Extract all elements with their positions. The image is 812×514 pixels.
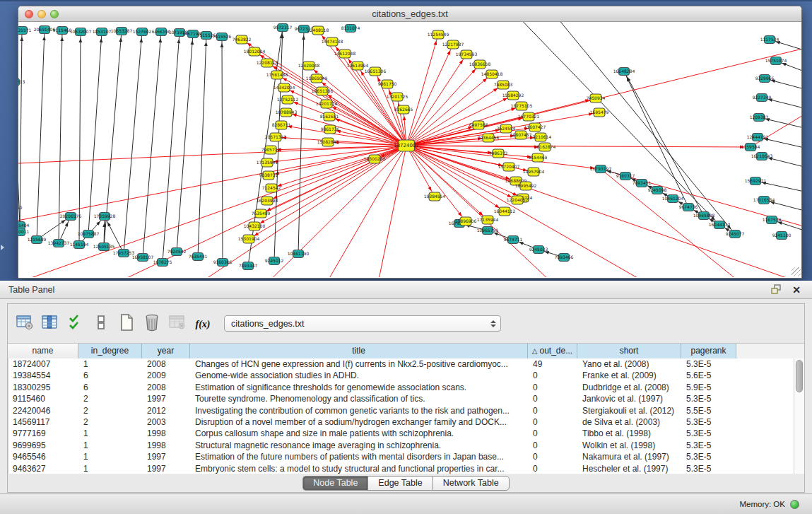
graph-node-label: 14342004	[273, 85, 295, 90]
graph-node-label: 15584292	[502, 93, 524, 98]
table-row[interactable]: 946362711997Embryonic stem cells: a mode…	[8, 463, 804, 474]
citation-edge-black[interactable]	[513, 22, 719, 225]
graph-node-label: 15474138	[322, 39, 343, 44]
graph-node-label: 6497568	[469, 122, 488, 127]
citation-edge-red[interactable]	[406, 146, 466, 221]
table-selector-dropdown[interactable]: citations_edges.txt	[224, 315, 501, 332]
edge-arrowhead	[190, 40, 194, 45]
graph-node-label: 3624554	[497, 126, 516, 131]
graph-node-label: 8162665	[394, 107, 413, 112]
float-panel-icon[interactable]	[770, 284, 784, 296]
window-titlebar[interactable]: citations_edges.txt	[18, 6, 801, 22]
graph-node-label: 1695479	[590, 110, 609, 115]
graph-node-label: 20571312	[265, 134, 287, 139]
graph-node-label: 16958107	[132, 255, 154, 259]
edge-arrowhead	[778, 221, 782, 225]
column-header-out-de-[interactable]: △out_de...	[528, 344, 577, 359]
column-header-name[interactable]: name	[8, 344, 78, 359]
citation-edge-red[interactable]	[406, 64, 480, 146]
table-row[interactable]: 1938455462009Genome-wide association stu…	[8, 370, 804, 381]
graph-node-label: 16648284	[613, 69, 635, 74]
graph-node-label: 17359928	[94, 214, 116, 218]
column-header-short[interactable]: short	[577, 344, 681, 359]
edge-arrowhead	[204, 42, 208, 46]
table-mode-button[interactable]	[15, 314, 35, 334]
scrollbar-thumb[interactable]	[796, 360, 803, 392]
edge-arrowhead	[495, 204, 499, 208]
citation-edge-red[interactable]	[406, 146, 538, 158]
citation-edge-black[interactable]	[37, 30, 45, 240]
graph-node-label: 8131074	[341, 25, 360, 30]
unselect-all-columns-button[interactable]	[91, 314, 111, 334]
tab-edge-table[interactable]: Edge Table	[367, 476, 432, 491]
graph-node-label: 15692971	[745, 178, 767, 183]
table-cell: 0	[529, 440, 578, 451]
citation-edge-black[interactable]	[177, 34, 193, 252]
tab-node-table[interactable]: Node Table	[302, 476, 367, 491]
citation-edge-red[interactable]	[25, 146, 406, 277]
citation-edge-black[interactable]	[88, 32, 102, 234]
graph-node-label: 1678275	[153, 259, 172, 264]
network-canvas[interactable]: 6435571206914069115460105320071853107106…	[18, 22, 801, 277]
show-column-button[interactable]	[40, 314, 60, 334]
citation-edge-black[interactable]	[222, 37, 223, 262]
citation-edge-black[interactable]	[20, 30, 22, 232]
table-row[interactable]: 977716911998Corpus callosum shape and si…	[8, 428, 804, 439]
citation-edge-red[interactable]	[18, 146, 406, 234]
table-cell: 6	[79, 382, 143, 393]
column-header-title[interactable]: title	[190, 344, 528, 359]
citation-edge-black[interactable]	[124, 32, 142, 253]
graph-node-label: 18724007	[394, 143, 419, 148]
citation-edge-black[interactable]	[198, 35, 206, 257]
select-all-columns-button[interactable]	[66, 314, 86, 334]
table-row[interactable]: 911546021997Tourette syndrome. Phenomeno…	[8, 393, 804, 404]
column-header-in-degree[interactable]: in_degree	[78, 344, 142, 359]
citation-edge-black[interactable]	[59, 30, 62, 243]
table-row[interactable]: 1872400712008Changes of HCN gene express…	[8, 358, 804, 370]
citation-graph[interactable]: 6435571206914069115460105320071853107106…	[18, 22, 801, 277]
graph-node-label: 10965795	[477, 228, 499, 233]
citation-edge-red[interactable]	[406, 45, 453, 146]
close-panel-icon[interactable]: ✕	[789, 284, 804, 296]
citation-edge-black[interactable]	[552, 22, 735, 234]
citation-edge-black[interactable]	[143, 32, 161, 257]
column-header-pagerank[interactable]: pagerank	[681, 344, 736, 359]
edge-arrowhead	[335, 119, 339, 122]
table-header-row: namein_degreeyeartitle△out_de...shortpag…	[8, 343, 804, 358]
citation-edge-black[interactable]	[163, 33, 180, 262]
citation-edge-black[interactable]	[18, 82, 20, 226]
edge-arrowhead	[254, 232, 259, 235]
citation-edge-red[interactable]	[601, 169, 767, 277]
table-cell: 2	[79, 405, 143, 416]
citation-edge-red[interactable]	[269, 146, 406, 175]
table-cell: 9463627	[8, 463, 79, 474]
column-header-year[interactable]: year	[142, 344, 190, 359]
table-row[interactable]: 2242004622012Investigating the contribut…	[8, 405, 804, 416]
citation-edge-red[interactable]	[406, 54, 466, 146]
table-delete-icon	[168, 314, 187, 334]
window-resize-grip[interactable]	[792, 267, 801, 276]
table-row[interactable]: 946554611997Estimation of the future num…	[8, 451, 804, 462]
panel-collapse-handle-icon[interactable]	[1, 245, 4, 250]
graph-node-label: 15301904	[238, 236, 260, 241]
graph-node-label: 1167534	[763, 217, 782, 222]
graph-node-label: 16203998	[257, 198, 278, 203]
vertical-scrollbar[interactable]	[794, 358, 804, 474]
function-builder-button[interactable]: f(x)	[193, 314, 213, 334]
citation-edge-red[interactable]	[18, 146, 406, 277]
table-row[interactable]: 1830029562008Estimation of significance …	[8, 382, 804, 393]
new-column-button[interactable]	[117, 314, 136, 334]
graph-node-label: 10975887	[78, 231, 100, 236]
table-row[interactable]: 969969511998Structural magnetic resonanc…	[8, 440, 804, 451]
table-row[interactable]: 1456911722003Disruption of a novel membe…	[8, 416, 804, 428]
edge-arrowhead	[61, 220, 65, 223]
citation-edge-red[interactable]	[406, 135, 521, 146]
graph-node-label: 1159584	[741, 144, 760, 149]
delete-columns-button[interactable]	[142, 314, 162, 334]
edge-arrowhead	[782, 63, 786, 66]
column-header-filler	[736, 344, 804, 359]
tab-network-table[interactable]: Network Table	[433, 476, 510, 491]
graph-node-label: 7615526	[213, 34, 232, 39]
graph-node-label: 7485083	[494, 82, 513, 87]
citation-edge-black[interactable]	[79, 32, 81, 245]
